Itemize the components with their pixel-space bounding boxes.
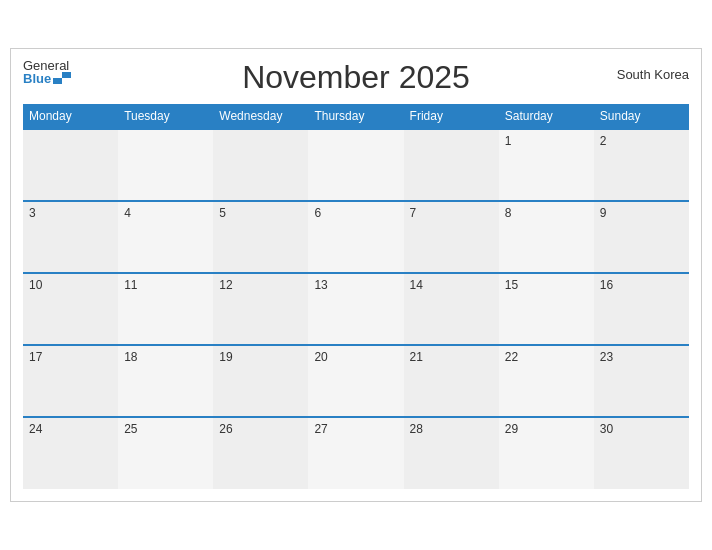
calendar-week-row: 3456789 <box>23 201 689 273</box>
calendar-day-cell: 12 <box>213 273 308 345</box>
calendar-day-cell <box>404 129 499 201</box>
calendar-day-cell: 11 <box>118 273 213 345</box>
weekday-header-row: Monday Tuesday Wednesday Thursday Friday… <box>23 104 689 129</box>
day-number: 11 <box>124 278 207 292</box>
logo: General Blue <box>23 59 71 85</box>
calendar-day-cell: 26 <box>213 417 308 489</box>
day-number: 27 <box>314 422 397 436</box>
calendar-day-cell: 14 <box>404 273 499 345</box>
header-thursday: Thursday <box>308 104 403 129</box>
day-number: 23 <box>600 350 683 364</box>
calendar-day-cell: 1 <box>499 129 594 201</box>
calendar-day-cell: 27 <box>308 417 403 489</box>
country-label: South Korea <box>617 67 689 82</box>
calendar-title: November 2025 <box>242 59 470 96</box>
calendar-week-row: 24252627282930 <box>23 417 689 489</box>
day-number: 19 <box>219 350 302 364</box>
calendar-week-row: 17181920212223 <box>23 345 689 417</box>
calendar-day-cell: 24 <box>23 417 118 489</box>
day-number: 13 <box>314 278 397 292</box>
calendar-day-cell: 17 <box>23 345 118 417</box>
logo-blue-text: Blue <box>23 72 51 85</box>
header-tuesday: Tuesday <box>118 104 213 129</box>
day-number: 20 <box>314 350 397 364</box>
day-number: 29 <box>505 422 588 436</box>
day-number: 8 <box>505 206 588 220</box>
header-monday: Monday <box>23 104 118 129</box>
day-number: 4 <box>124 206 207 220</box>
calendar-day-cell: 18 <box>118 345 213 417</box>
day-number: 26 <box>219 422 302 436</box>
header-wednesday: Wednesday <box>213 104 308 129</box>
day-number: 28 <box>410 422 493 436</box>
calendar-day-cell <box>213 129 308 201</box>
calendar-day-cell: 3 <box>23 201 118 273</box>
day-number: 17 <box>29 350 112 364</box>
day-number: 5 <box>219 206 302 220</box>
day-number: 10 <box>29 278 112 292</box>
calendar-day-cell: 7 <box>404 201 499 273</box>
calendar-day-cell: 20 <box>308 345 403 417</box>
calendar-day-cell <box>118 129 213 201</box>
calendar-day-cell: 6 <box>308 201 403 273</box>
calendar-day-cell: 2 <box>594 129 689 201</box>
svg-marker-1 <box>62 72 71 78</box>
calendar-day-cell <box>23 129 118 201</box>
calendar-day-cell: 4 <box>118 201 213 273</box>
calendar-table: Monday Tuesday Wednesday Thursday Friday… <box>23 104 689 489</box>
calendar-header: General Blue November 2025 South Korea <box>23 59 689 96</box>
day-number: 15 <box>505 278 588 292</box>
day-number: 14 <box>410 278 493 292</box>
day-number: 7 <box>410 206 493 220</box>
calendar-day-cell: 29 <box>499 417 594 489</box>
day-number: 6 <box>314 206 397 220</box>
day-number: 30 <box>600 422 683 436</box>
calendar-container: General Blue November 2025 South Korea M… <box>10 48 702 502</box>
day-number: 18 <box>124 350 207 364</box>
svg-marker-2 <box>53 78 62 84</box>
calendar-day-cell: 19 <box>213 345 308 417</box>
day-number: 12 <box>219 278 302 292</box>
day-number: 21 <box>410 350 493 364</box>
calendar-day-cell: 21 <box>404 345 499 417</box>
calendar-day-cell: 22 <box>499 345 594 417</box>
calendar-day-cell <box>308 129 403 201</box>
logo-flag-icon <box>53 72 71 84</box>
header-friday: Friday <box>404 104 499 129</box>
calendar-day-cell: 15 <box>499 273 594 345</box>
header-saturday: Saturday <box>499 104 594 129</box>
calendar-day-cell: 8 <box>499 201 594 273</box>
day-number: 24 <box>29 422 112 436</box>
calendar-day-cell: 28 <box>404 417 499 489</box>
calendar-day-cell: 10 <box>23 273 118 345</box>
calendar-day-cell: 16 <box>594 273 689 345</box>
header-sunday: Sunday <box>594 104 689 129</box>
calendar-week-row: 10111213141516 <box>23 273 689 345</box>
day-number: 16 <box>600 278 683 292</box>
calendar-week-row: 12 <box>23 129 689 201</box>
calendar-day-cell: 25 <box>118 417 213 489</box>
day-number: 2 <box>600 134 683 148</box>
day-number: 9 <box>600 206 683 220</box>
calendar-day-cell: 30 <box>594 417 689 489</box>
calendar-day-cell: 13 <box>308 273 403 345</box>
calendar-day-cell: 9 <box>594 201 689 273</box>
day-number: 1 <box>505 134 588 148</box>
calendar-day-cell: 23 <box>594 345 689 417</box>
day-number: 3 <box>29 206 112 220</box>
calendar-day-cell: 5 <box>213 201 308 273</box>
day-number: 25 <box>124 422 207 436</box>
day-number: 22 <box>505 350 588 364</box>
